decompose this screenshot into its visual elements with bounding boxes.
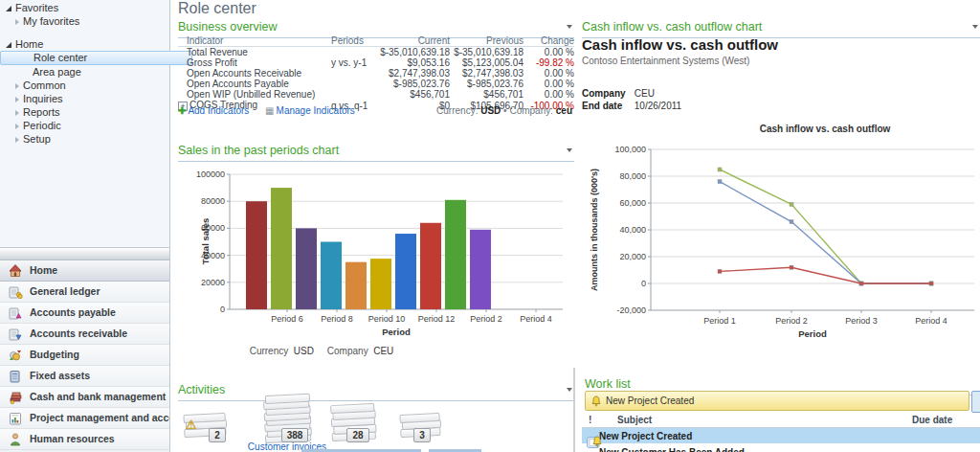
col-priority[interactable]: !	[589, 415, 591, 425]
svg-text:100000: 100000	[196, 170, 225, 179]
alert-text: New Project Created	[606, 396, 694, 406]
current-cell: $-985,023.76	[375, 79, 450, 89]
col-current[interactable]: Current	[375, 35, 450, 47]
module-button-project-management-and-accounting[interactable]: Project management and accounting	[0, 408, 169, 429]
series-red-marker	[859, 282, 863, 285]
tree-collapsed-icon[interactable]	[15, 124, 19, 129]
svg-text:80000: 80000	[201, 196, 225, 206]
svg-text:Period 8: Period 8	[321, 314, 353, 324]
svg-text:0: 0	[220, 305, 225, 314]
change-cell: -99.82 %	[523, 57, 574, 68]
col-subject[interactable]: Subject	[617, 415, 652, 425]
table-row[interactable]: Total Revenue$-35,010,639.18$-35,010,639…	[178, 47, 574, 58]
module-button-home[interactable]: Home	[0, 260, 169, 282]
change-cell: 0.00 %	[523, 89, 574, 100]
tree-expanded-icon[interactable]	[6, 42, 11, 48]
sidebar-item-inquiries[interactable]: Inquiries	[0, 92, 183, 105]
sales-chart-title: Sales in the past periods chart	[178, 144, 339, 157]
bar-9	[470, 230, 491, 309]
sales-chart-footer: Currency USD Company CEU	[178, 346, 465, 356]
module-button-general-ledger[interactable]: General ledger	[0, 282, 169, 303]
indicator-name: Open Accounts Receivable	[187, 68, 301, 79]
col-change[interactable]: Change	[523, 35, 574, 47]
fixed-assets-icon	[8, 369, 23, 384]
currency-company-info: Currency: USD • Company: ceu	[436, 105, 572, 116]
col-indicator[interactable]: Indicator	[178, 35, 331, 47]
table-row[interactable]: Gross Profity vs. y-1$9,053.16$5,123,005…	[178, 57, 574, 68]
count-badge: 28	[346, 428, 369, 442]
bar-6	[395, 234, 416, 309]
series-red-marker	[718, 269, 722, 273]
col-previous[interactable]: Previous	[450, 35, 523, 47]
change-cell: 0.00 %	[523, 79, 574, 89]
warning-icon: ⚠	[186, 418, 197, 432]
table-row[interactable]: Open Accounts Receivable$2,747,398.03$2,…	[178, 68, 574, 79]
work-list-row[interactable]: New Customer Has Been Added	[582, 444, 980, 452]
svg-text:Period 6: Period 6	[271, 314, 303, 324]
add-indicators-link[interactable]: Add Indicators	[188, 105, 249, 116]
table-row[interactable]: Open WIP (Unbilled Revenue)$456,701$456,…	[178, 89, 574, 100]
tree-item-label: Periodic	[23, 120, 61, 131]
accounts-receivable-icon	[8, 327, 23, 342]
sidebar-item-setup[interactable]: Setup	[0, 132, 183, 146]
previous-cell: $-35,010,639.18	[450, 47, 523, 58]
svg-text:100,000: 100,000	[614, 145, 646, 154]
module-button-accounts-receivable[interactable]: Accounts receivable	[0, 324, 169, 345]
periods-cell	[331, 89, 375, 100]
work-item-subject: New Project Created	[599, 431, 692, 441]
sidebar-item-my-favorites[interactable]: My favorites	[0, 14, 183, 28]
sidebar-splitter-handle[interactable]	[0, 247, 169, 260]
work-list-row[interactable]: New Project Created	[582, 428, 980, 443]
series-green-line	[720, 170, 931, 283]
cash-chart-heading: Cash inflow vs. cash outflow	[582, 36, 778, 53]
sidebar-item-common[interactable]: Common	[0, 79, 183, 92]
company-value: ceu	[556, 105, 572, 116]
sidebar-item-home[interactable]: Home	[0, 37, 173, 51]
vertical-divider	[573, 368, 575, 452]
sidebar-item-area-page[interactable]: Area page	[0, 65, 190, 79]
module-button-cash-and-bank-management[interactable]: Cash and bank management	[0, 387, 169, 408]
series-red-marker	[790, 265, 793, 269]
tree-item-label: Inquiries	[23, 93, 63, 104]
work-list-alert-bar[interactable]: New Project Created	[585, 391, 969, 411]
col-due-date[interactable]: Due date	[912, 415, 952, 425]
svg-text:Period 2: Period 2	[775, 316, 808, 326]
periods-cell	[331, 79, 375, 89]
manage-grid-icon: ▦	[265, 105, 274, 116]
tree-collapsed-icon[interactable]	[15, 97, 19, 102]
sales-bar-chart: 020000400006000080000100000Period 6Perio…	[180, 159, 574, 343]
table-row[interactable]: Open Accounts Payable$-985,023.76$-985,0…	[178, 79, 574, 89]
sidebar-item-role-center[interactable]: Role center	[0, 51, 192, 65]
tree-collapsed-icon[interactable]	[15, 110, 19, 116]
tree-expanded-icon[interactable]	[6, 6, 11, 11]
bar-3	[321, 242, 342, 310]
tree-collapsed-icon[interactable]	[15, 83, 19, 89]
sales-chart-collapse-caret-icon[interactable]	[567, 148, 572, 152]
module-button-fixed-assets[interactable]: Fixed assets	[0, 366, 169, 387]
business-overview-collapse-caret-icon[interactable]	[567, 25, 572, 29]
change-cell: 0.00 %	[523, 68, 574, 79]
tree-collapsed-icon[interactable]	[15, 19, 19, 25]
col-periods[interactable]: Periods	[331, 35, 375, 47]
activities-collapse-caret-icon[interactable]	[567, 388, 572, 392]
sidebar-item-reports[interactable]: Reports	[0, 105, 183, 119]
svg-text:Period 10: Period 10	[368, 314, 406, 324]
bar-5	[370, 259, 391, 309]
sidebar-item-periodic[interactable]: Periodic	[0, 119, 183, 132]
module-button-human-resources[interactable]: Human resources	[0, 429, 169, 450]
activities-header: Activities	[178, 383, 574, 398]
bar-7	[420, 223, 441, 309]
cash-chart-collapse-caret-icon[interactable]	[972, 25, 978, 29]
tree-collapsed-icon[interactable]	[15, 137, 19, 143]
cash-bank-icon	[8, 390, 23, 405]
module-button-accounts-payable[interactable]: Accounts payable	[0, 303, 169, 324]
budgeting-icon	[8, 348, 23, 363]
tree-item-label: Setup	[23, 133, 51, 145]
current-cell: $2,747,398.03	[375, 68, 450, 79]
module-button-budgeting[interactable]: Budgeting	[0, 345, 169, 366]
alert-action-button[interactable]	[971, 391, 980, 413]
manage-indicators-link[interactable]: Manage Indicators	[277, 105, 355, 116]
sidebar-item-favorites[interactable]: Favorites	[0, 1, 173, 14]
series-blue-marker	[718, 180, 722, 184]
tree-item-label: Home	[15, 38, 43, 50]
